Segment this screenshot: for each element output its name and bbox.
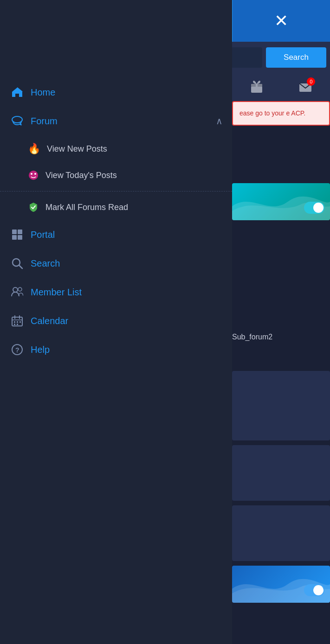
close-button[interactable]: ✕ <box>233 0 330 42</box>
shield-check-icon <box>28 202 39 213</box>
mark-all-read-label: Mark All Forums Read <box>45 203 128 212</box>
sidebar-item-home[interactable]: Home <box>0 78 232 107</box>
sidebar-item-view-new-posts[interactable]: 🔥 View New Posts <box>0 135 232 162</box>
calendar-icon <box>11 315 23 327</box>
home-icon <box>11 86 23 98</box>
forum-submenu: 🔥 View New Posts View Today's Posts <box>0 135 232 220</box>
blue-toggle-knob <box>313 585 324 595</box>
svg-point-10 <box>34 173 36 175</box>
portal-icon <box>11 229 23 241</box>
svg-point-8 <box>29 171 38 180</box>
svg-rect-25 <box>19 321 21 323</box>
sidebar-item-portal[interactable]: Portal <box>0 220 232 249</box>
svg-rect-13 <box>12 235 17 240</box>
dark-panel-2 <box>232 445 330 501</box>
gift-icon <box>249 80 264 95</box>
subforum-label: Sub_forum2 <box>232 333 272 341</box>
sidebar-portal-label: Portal <box>31 230 55 240</box>
teal-toggle-knob <box>313 203 324 213</box>
svg-rect-23 <box>14 321 15 323</box>
gift-icon-button[interactable] <box>245 76 268 99</box>
teal-banner-toggle[interactable] <box>304 202 324 214</box>
sidebar-calendar-label: Calendar <box>31 316 68 326</box>
mail-icon-button[interactable]: 0 <box>294 76 317 99</box>
sidebar-header-spacer <box>0 0 232 42</box>
sidebar-search-spacer <box>0 42 232 73</box>
today-icon <box>28 170 39 181</box>
fire-icon: 🔥 <box>28 143 40 155</box>
svg-rect-24 <box>17 321 18 323</box>
mail-badge: 0 <box>307 77 315 86</box>
sidebar-item-mark-all-read[interactable]: Mark All Forums Read <box>0 194 232 220</box>
sidebar-item-member-list[interactable]: Member List <box>0 278 232 306</box>
sidebar-forum-label: Forum <box>31 116 58 127</box>
svg-point-7 <box>12 116 22 123</box>
svg-rect-14 <box>18 235 22 240</box>
sidebar-member-list-label: Member List <box>31 287 82 298</box>
sidebar-help-label: Help <box>31 344 50 355</box>
close-icon: ✕ <box>274 11 288 31</box>
members-icon <box>11 286 23 298</box>
submenu-divider <box>0 191 232 191</box>
svg-point-9 <box>31 173 32 175</box>
teal-wave <box>232 183 330 220</box>
svg-rect-11 <box>12 230 17 234</box>
icon-bar: 0 <box>232 73 330 101</box>
dark-panel-3 <box>232 505 330 561</box>
sidebar-item-search[interactable]: Search <box>0 249 232 278</box>
view-today-posts-label: View Today's Posts <box>45 171 117 180</box>
sidebar: Home Forum ∧ 🔥 View New Posts <box>0 0 232 644</box>
view-new-posts-label: View New Posts <box>47 144 107 154</box>
error-notice-text: ease go to your e ACP. <box>239 109 305 117</box>
blue-banner-toggle[interactable] <box>304 584 324 596</box>
dark-panel-1 <box>232 371 330 440</box>
sidebar-item-calendar[interactable]: Calendar <box>0 306 232 335</box>
help-icon: ? <box>11 344 23 356</box>
sidebar-home-label: Home <box>31 87 55 98</box>
search-nav-icon <box>11 257 23 269</box>
svg-point-17 <box>13 287 18 292</box>
error-notice: ease go to your e ACP. <box>232 101 330 126</box>
svg-rect-26 <box>14 324 15 325</box>
svg-rect-27 <box>17 324 18 325</box>
sidebar-item-help[interactable]: ? Help <box>0 335 232 364</box>
svg-point-18 <box>18 287 22 291</box>
sidebar-item-forum[interactable]: Forum ∧ <box>0 107 232 135</box>
forum-icon <box>11 115 23 127</box>
blue-banner <box>232 566 330 603</box>
svg-rect-5 <box>256 84 258 93</box>
sidebar-nav: Home Forum ∧ 🔥 View New Posts <box>0 73 232 369</box>
svg-line-16 <box>19 265 22 268</box>
svg-text:?: ? <box>15 346 19 354</box>
forum-chevron-icon: ∧ <box>216 115 223 127</box>
teal-banner <box>232 183 330 220</box>
search-button[interactable]: Search <box>266 47 326 68</box>
sidebar-item-view-today-posts[interactable]: View Today's Posts <box>0 162 232 188</box>
sidebar-search-label: Search <box>31 258 60 269</box>
svg-rect-12 <box>18 230 22 234</box>
